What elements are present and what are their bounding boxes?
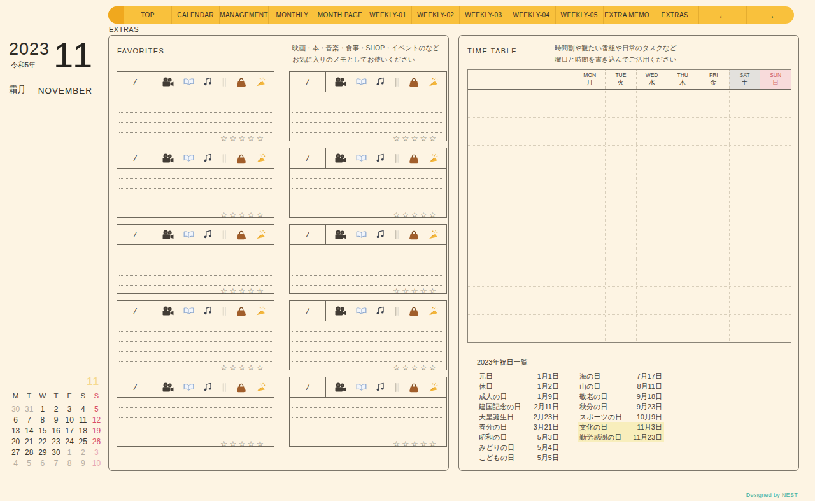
timetable-cell-tue[interactable]	[605, 230, 636, 258]
timetable-cell-tue[interactable]	[605, 287, 636, 314]
timetable-time-cell[interactable]	[468, 230, 574, 258]
timetable-cell-wed[interactable]	[636, 90, 667, 117]
timetable-cell-sun[interactable]	[760, 315, 791, 342]
timetable-cell-tue[interactable]	[605, 118, 636, 145]
timetable-cell-wed[interactable]	[636, 287, 667, 314]
mini-calendar-day[interactable]: 8	[36, 414, 49, 425]
favorite-star-rating[interactable]: ☆☆☆☆☆	[119, 286, 272, 296]
timetable-cell-tue[interactable]	[605, 174, 636, 202]
mini-calendar-day[interactable]: 11	[76, 414, 90, 425]
timetable-cell-sun[interactable]	[760, 202, 791, 230]
timetable-cell-thu[interactable]	[667, 118, 698, 145]
favorite-note-area[interactable]: ☆☆☆☆☆	[117, 245, 274, 296]
timetable-cell-mon[interactable]	[574, 146, 605, 173]
mini-calendar-day[interactable]: 30	[49, 447, 62, 458]
mini-calendar-day[interactable]: 10	[90, 458, 103, 468]
timetable-cell-mon[interactable]	[574, 258, 605, 286]
favorite-note-area[interactable]: ☆☆☆☆☆	[290, 398, 446, 449]
mini-calendar-day[interactable]: 22	[36, 436, 49, 447]
timetable-cell-mon[interactable]	[574, 315, 605, 342]
mini-calendar-day[interactable]: 6	[36, 458, 49, 468]
mini-calendar-day[interactable]: 15	[36, 425, 49, 436]
nav-item-calendar[interactable]: CALENDAR	[171, 6, 219, 24]
mini-calendar-day[interactable]: 31	[22, 403, 36, 414]
mini-calendar-day[interactable]: 9	[49, 414, 62, 425]
nav-next-arrow-icon[interactable]: →	[746, 6, 794, 24]
favorite-note-area[interactable]: ☆☆☆☆☆	[290, 245, 446, 296]
nav-item-management[interactable]: MANAGEMENT	[219, 6, 268, 24]
mini-calendar-day[interactable]: 7	[22, 414, 36, 425]
mini-calendar-day[interactable]: 23	[49, 436, 62, 447]
timetable-cell-fri[interactable]	[698, 174, 729, 202]
nav-item-extras[interactable]: EXTRAS	[651, 6, 698, 24]
timetable-cell-fri[interactable]	[698, 258, 729, 286]
timetable-cell-wed[interactable]	[636, 202, 667, 230]
timetable-cell-sun[interactable]	[760, 146, 791, 173]
favorite-star-rating[interactable]: ☆☆☆☆☆	[292, 134, 444, 143]
nav-item-monthly[interactable]: MONTHLY	[268, 6, 316, 24]
timetable-cell-sun[interactable]	[760, 90, 791, 117]
favorite-star-rating[interactable]: ☆☆☆☆☆	[119, 134, 272, 143]
mini-calendar-day[interactable]: 27	[9, 447, 22, 458]
favorite-date-field[interactable]: /	[290, 377, 326, 397]
timetable-cell-sat[interactable]	[729, 315, 760, 342]
timetable-cell-wed[interactable]	[636, 118, 667, 145]
favorite-date-field[interactable]: /	[117, 301, 153, 321]
timetable-time-cell[interactable]	[468, 287, 574, 314]
favorite-date-field[interactable]: /	[290, 225, 326, 244]
mini-calendar-day[interactable]: 6	[9, 414, 22, 425]
timetable-cell-mon[interactable]	[574, 90, 605, 117]
mini-calendar-day[interactable]: 1	[63, 447, 76, 458]
mini-calendar-day[interactable]: 30	[9, 403, 22, 414]
mini-calendar-day[interactable]: 26	[90, 436, 103, 447]
timetable-time-cell[interactable]	[468, 118, 574, 145]
nav-item-weekly-05[interactable]: WEEKLY-05	[555, 6, 603, 24]
favorite-date-field[interactable]: /	[117, 225, 153, 244]
mini-calendar-day[interactable]: 29	[36, 447, 49, 458]
favorite-note-area[interactable]: ☆☆☆☆☆	[290, 92, 446, 143]
nav-item-weekly-02[interactable]: WEEKLY-02	[411, 6, 459, 24]
mini-calendar-day[interactable]: 17	[63, 425, 76, 436]
favorite-star-rating[interactable]: ☆☆☆☆☆	[292, 439, 444, 449]
timetable-cell-tue[interactable]	[605, 146, 636, 173]
timetable-cell-fri[interactable]	[698, 146, 729, 173]
timetable-cell-fri[interactable]	[698, 202, 729, 230]
timetable-cell-mon[interactable]	[574, 230, 605, 258]
timetable-cell-mon[interactable]	[574, 202, 605, 230]
timetable-cell-wed[interactable]	[636, 146, 667, 173]
mini-calendar-day[interactable]: 4	[76, 403, 90, 414]
mini-calendar-day[interactable]: 18	[76, 425, 90, 436]
timetable-cell-thu[interactable]	[667, 174, 698, 202]
favorite-date-field[interactable]: /	[290, 148, 326, 168]
timetable-cell-thu[interactable]	[667, 230, 698, 258]
timetable-cell-mon[interactable]	[574, 287, 605, 314]
timetable-cell-tue[interactable]	[605, 202, 636, 230]
nav-prev-arrow-icon[interactable]: ←	[698, 6, 746, 24]
timetable-cell-sun[interactable]	[760, 174, 791, 202]
timetable-cell-sun[interactable]	[760, 258, 791, 286]
timetable-cell-tue[interactable]	[605, 258, 636, 286]
mini-calendar-day[interactable]: 20	[9, 436, 22, 447]
timetable-cell-thu[interactable]	[667, 315, 698, 342]
mini-calendar-day[interactable]: 10	[63, 414, 76, 425]
timetable-time-cell[interactable]	[468, 258, 574, 286]
mini-calendar-day[interactable]: 24	[63, 436, 76, 447]
timetable-cell-sun[interactable]	[760, 230, 791, 258]
mini-calendar-day[interactable]: 5	[22, 458, 36, 468]
timetable-cell-sat[interactable]	[729, 287, 760, 314]
favorite-star-rating[interactable]: ☆☆☆☆☆	[119, 210, 272, 220]
mini-calendar-day[interactable]: 4	[9, 458, 22, 468]
timetable-cell-sun[interactable]	[760, 118, 791, 145]
timetable-cell-sat[interactable]	[729, 90, 760, 117]
timetable-cell-thu[interactable]	[667, 202, 698, 230]
favorite-note-area[interactable]: ☆☆☆☆☆	[117, 169, 274, 220]
timetable-time-cell[interactable]	[468, 202, 574, 230]
mini-calendar-day[interactable]: 8	[63, 458, 76, 468]
timetable-cell-fri[interactable]	[698, 315, 729, 342]
timetable-cell-thu[interactable]	[667, 146, 698, 173]
timetable-cell-thu[interactable]	[667, 90, 698, 117]
timetable-cell-sat[interactable]	[729, 258, 760, 286]
timetable-cell-wed[interactable]	[636, 174, 667, 202]
mini-calendar-day[interactable]: 2	[49, 403, 62, 414]
nav-item-extra-memo[interactable]: EXTRA MEMO	[603, 6, 651, 24]
